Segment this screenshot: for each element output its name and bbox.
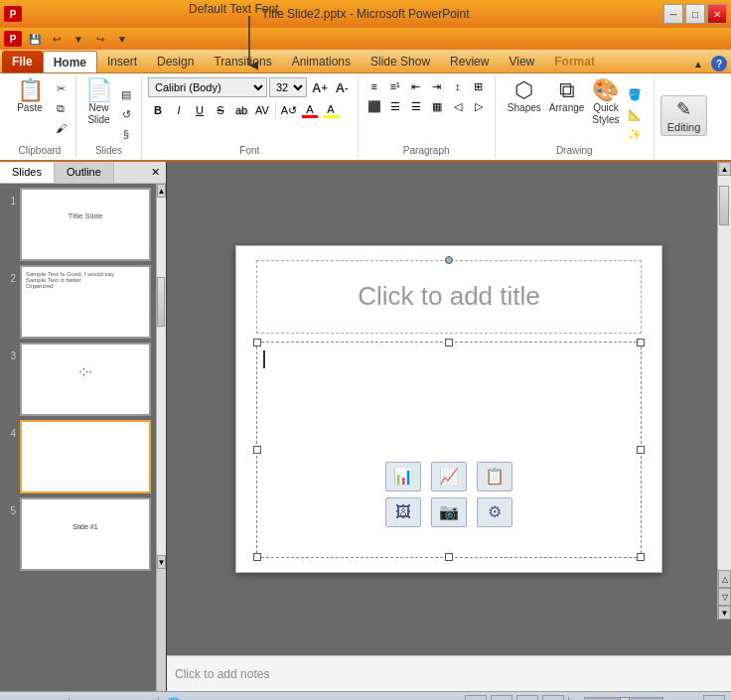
columns-button[interactable]: ⊞ [469,77,489,95]
slide-thumb-1[interactable]: Title Slide [20,188,151,261]
insert-chart-icon[interactable]: 📈 [431,462,467,491]
slide-item-1[interactable]: 1 Title Slide [4,188,152,261]
insert-clip-icon[interactable]: 📷 [431,497,467,527]
section-button[interactable]: § [117,125,135,143]
zoom-thumb[interactable] [620,697,630,701]
tab-design[interactable]: Design [147,51,204,72]
view-scroll-track[interactable] [718,176,731,570]
slide-thumb-5[interactable]: Slide #1 [20,497,151,571]
slide-thumb-2[interactable]: Sample Text Is Good, I would saySample T… [20,265,151,339]
fill-button[interactable]: 🪣 [625,85,645,103]
effects-button[interactable]: ✨ [625,125,645,143]
content-handle-br[interactable] [637,553,645,561]
align-right-button[interactable]: ☰ [406,97,426,115]
slide-item-4[interactable]: 4 [4,420,152,493]
normal-view-btn[interactable]: ⊞ [465,695,487,701]
arrange-button[interactable]: ⧉ Arrange [546,77,588,115]
undo-quick-btn[interactable]: ↩ [48,31,66,47]
bullets-button[interactable]: ≡ [365,77,384,95]
content-handle-mr[interactable] [637,446,645,454]
slide-item-2[interactable]: 2 Sample Text Is Good, I would saySample… [4,265,152,339]
tab-slides[interactable]: Slides [0,162,55,183]
paste-button[interactable]: 📋 Paste [10,77,50,115]
view-scroll-pagedown[interactable]: ▽ [718,588,731,606]
panel-scroll-down[interactable]: ▼ [157,555,166,569]
clear-format-button[interactable]: A↺ [279,101,299,119]
title-placeholder[interactable]: Click to add title [256,260,642,334]
rtl-button[interactable]: ◁ [448,97,468,115]
copy-button[interactable]: ⧉ [52,99,70,117]
font-color-button[interactable]: A [300,101,320,119]
content-handle-tl[interactable] [253,339,261,347]
insert-media-icon[interactable]: ⚙ [477,497,512,527]
slide-item-5[interactable]: 5 Slide #1 [4,497,152,571]
view-scroll-pageup[interactable]: △ [718,570,731,588]
slide-sorter-btn[interactable]: ⊟ [491,695,512,701]
ribbon-help-btn[interactable]: ? [711,56,727,71]
underline-button[interactable]: U [190,101,210,119]
align-left-button[interactable]: ⬛ [365,97,384,115]
title-handle-top[interactable] [445,256,453,264]
content-handle-tc[interactable] [445,339,453,347]
tab-file[interactable]: File [2,51,43,72]
content-handle-tr[interactable] [637,339,645,347]
outline-button[interactable]: 📐 [625,105,645,123]
reading-view-btn[interactable]: 📖 [516,695,538,701]
slide-show-btn[interactable]: ▶ [542,695,564,701]
tab-home[interactable]: Home [43,51,97,72]
quick-styles-button[interactable]: 🎨 Quick Styles [589,77,622,127]
panel-close-btn[interactable]: ✕ [145,162,166,183]
increase-font-btn[interactable]: A+ [309,78,331,96]
tab-format[interactable]: Format [544,51,605,72]
tab-insert[interactable]: Insert [97,51,147,72]
increase-indent-button[interactable]: ⇥ [427,77,447,95]
slide-panel-scrollbar[interactable]: ▲ ▼ [156,184,166,691]
view-scroll-thumb[interactable] [719,186,729,225]
format-painter-button[interactable]: 🖌 [52,119,70,137]
strikethrough-button[interactable]: S [211,101,230,119]
save-quick-btn[interactable]: 💾 [26,31,44,47]
font-size-select[interactable]: 32 [269,77,307,97]
redo-quick-btn[interactable]: ↪ [91,31,109,47]
tab-view[interactable]: View [499,51,544,72]
bold-button[interactable]: B [148,101,168,119]
insert-picture-icon[interactable]: 🖼 [385,497,421,527]
ribbon-minimize-btn[interactable]: ▲ [689,55,707,72]
slide-thumb-4[interactable] [20,420,151,493]
italic-button[interactable]: I [169,101,189,119]
reset-button[interactable]: ↺ [117,105,135,123]
decrease-indent-button[interactable]: ⇤ [406,77,426,95]
content-handle-bc[interactable] [445,553,453,561]
text-highlight-button[interactable]: A [321,101,341,119]
center-button[interactable]: ☰ [385,97,405,115]
view-scroll-up[interactable]: ▲ [718,162,731,176]
content-handle-bl[interactable] [253,553,261,561]
insert-table-icon[interactable]: 📊 [385,462,421,491]
minimize-button[interactable]: ─ [663,4,683,24]
notes-area[interactable]: Click to add notes [167,655,731,691]
tab-slide-show[interactable]: Slide Show [361,51,440,72]
ltr-button[interactable]: ▷ [469,97,489,115]
font-name-select[interactable]: Calibri (Body) [148,77,267,97]
content-placeholder[interactable]: 📊 📈 📋 🖼 📷 ⚙ [256,342,642,558]
panel-scroll-thumb[interactable] [157,277,165,327]
line-spacing-button[interactable]: ↕ [448,77,468,95]
decrease-font-btn[interactable]: A- [333,78,352,96]
tab-review[interactable]: Review [440,51,499,72]
insert-smartart-icon[interactable]: 📋 [477,462,512,491]
slide-view-scrollbar[interactable]: ▲ △ ▽ ▼ [717,162,731,620]
slide-item-3[interactable]: 3 ·:·· [4,343,152,416]
maximize-button[interactable]: □ [685,4,705,24]
slide-canvas[interactable]: Click to add title [235,245,662,573]
content-handle-ml[interactable] [253,446,261,454]
shapes-button[interactable]: ⬡ Shapes [505,77,544,115]
layout-button[interactable]: ▤ [117,85,135,103]
slide-thumb-3[interactable]: ·:·· [20,343,151,416]
numbering-button[interactable]: ≡¹ [385,77,405,95]
shadow-button[interactable]: ab [231,101,251,119]
qa-dropdown-btn[interactable]: ▼ [113,31,131,47]
fit-window-btn[interactable]: ⤢ [703,695,725,701]
panel-scroll-up[interactable]: ▲ [157,184,166,198]
new-slide-button[interactable]: 📄 New Slide [82,77,115,127]
cut-button[interactable]: ✂ [52,79,70,97]
